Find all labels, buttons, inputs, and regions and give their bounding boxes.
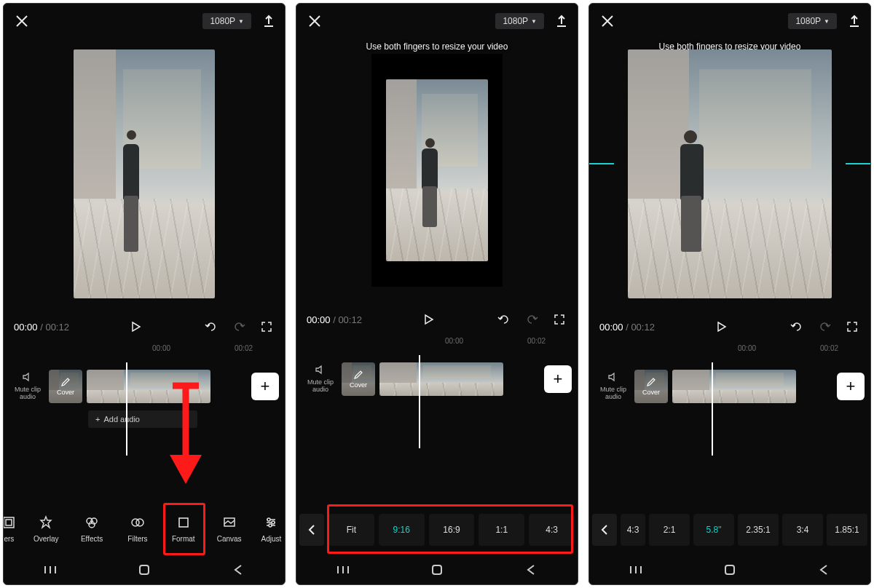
top-bar: 1080P ▼ (4, 4, 285, 36)
aspect-2-35-1[interactable]: 2.35:1 (738, 514, 779, 546)
fullscreen-button[interactable] (259, 319, 275, 335)
fullscreen-icon (261, 321, 272, 333)
redo-button[interactable] (524, 311, 540, 327)
video-clip[interactable] (672, 370, 796, 403)
svg-point-6 (136, 519, 143, 526)
redo-button[interactable] (816, 319, 832, 335)
home-button[interactable] (428, 561, 446, 579)
video-clip[interactable] (379, 362, 503, 396)
play-button[interactable] (421, 311, 437, 327)
aspect-5-8[interactable]: 5.8" (693, 514, 734, 546)
timeline-ruler: 00:0000:02 (589, 341, 870, 354)
back-button[interactable] (815, 561, 832, 579)
playhead[interactable] (419, 355, 420, 448)
mute-clip-button[interactable]: Mute clipaudio (597, 372, 630, 401)
aspect-back-button[interactable] (299, 514, 324, 546)
svg-rect-14 (725, 565, 734, 574)
resolution-dropdown[interactable]: 1080P▼ (495, 13, 544, 29)
undo-button[interactable] (789, 319, 805, 335)
play-button[interactable] (128, 319, 144, 335)
home-button[interactable] (721, 561, 739, 579)
timeline[interactable]: Mute clipaudio Cover + (589, 368, 870, 434)
undo-icon (790, 320, 803, 333)
aspect-4-3[interactable]: 4:3 (621, 514, 645, 546)
video-clip[interactable] (87, 370, 210, 403)
close-button[interactable] (305, 12, 324, 31)
undo-button[interactable] (496, 311, 512, 327)
fullscreen-button[interactable] (844, 319, 860, 335)
speaker-icon (304, 365, 337, 377)
redo-icon (232, 320, 245, 333)
aspect-1-85-1[interactable]: 1.85:1 (827, 514, 867, 546)
svg-rect-1 (6, 520, 12, 525)
resolution-label: 1080P (795, 16, 821, 26)
add-audio-button[interactable]: + Add audio (88, 410, 197, 428)
tool-label: Adjust (261, 535, 282, 543)
close-icon (15, 15, 28, 28)
tool-adjust[interactable]: Adjust (255, 514, 286, 543)
play-icon (130, 321, 142, 333)
preview-area[interactable]: Use both fingers to resize your video (589, 36, 870, 312)
mute-clip-button[interactable]: Mute clipaudio (304, 365, 337, 394)
back-button[interactable] (522, 561, 540, 579)
add-clip-button[interactable]: + (837, 373, 865, 400)
ruler-mark: 00:00 (152, 344, 170, 352)
fullscreen-button[interactable] (551, 311, 567, 327)
aspect-label: 2:1 (664, 525, 676, 535)
redo-icon (818, 320, 831, 333)
resolution-dropdown[interactable]: 1080P ▼ (202, 13, 251, 29)
export-button[interactable] (847, 14, 862, 28)
cover-button[interactable]: Cover (49, 370, 82, 403)
cover-button[interactable]: Cover (342, 362, 375, 396)
add-clip-button[interactable]: + (251, 373, 279, 400)
resolution-dropdown[interactable]: 1080P▼ (788, 13, 837, 29)
play-button[interactable] (714, 319, 730, 335)
timeline[interactable]: Mute clipaudio Cover + (296, 361, 578, 426)
recent-apps-button[interactable] (334, 561, 352, 579)
tool-effects[interactable]: Effects (72, 514, 111, 543)
redo-icon (525, 313, 538, 326)
effects-icon (83, 514, 101, 531)
recent-apps-button[interactable] (627, 561, 645, 579)
home-button[interactable] (135, 561, 153, 579)
chevron-down-icon: ▼ (824, 18, 830, 25)
tool-layers[interactable]: ers (3, 514, 20, 543)
video-preview[interactable] (386, 79, 488, 261)
preview-area[interactable] (4, 36, 285, 312)
tool-canvas[interactable]: Canvas (210, 514, 249, 543)
recent-apps-button[interactable] (42, 561, 59, 579)
annotation-highlight (327, 504, 573, 554)
tool-overlay[interactable]: Overlay (26, 514, 66, 543)
aspect-back-button[interactable] (592, 514, 617, 546)
tool-label: Effects (81, 535, 103, 543)
back-button[interactable] (229, 561, 247, 579)
export-button[interactable] (554, 14, 569, 28)
svg-rect-13 (433, 565, 441, 574)
tool-filters[interactable]: Filters (118, 514, 157, 543)
play-icon (716, 321, 728, 333)
add-clip-button[interactable]: + (544, 365, 572, 393)
add-audio-label: Add audio (103, 415, 140, 424)
video-preview[interactable] (74, 49, 215, 298)
cover-button[interactable]: Cover (634, 370, 668, 403)
playhead[interactable] (126, 362, 127, 456)
close-button[interactable] (12, 12, 31, 31)
top-bar: 1080P▼ (296, 4, 578, 36)
video-preview[interactable] (628, 49, 832, 298)
undo-button[interactable] (203, 319, 219, 335)
aspect-label: 4:3 (627, 525, 639, 535)
format-canvas[interactable] (371, 54, 503, 287)
timeline[interactable]: Mute clip audio Cover + + Add audio (4, 368, 285, 434)
aspect-2-1[interactable]: 2:1 (649, 514, 690, 546)
tool-label: Overlay (34, 535, 58, 543)
aspect-3-4[interactable]: 3:4 (782, 514, 823, 546)
plus-icon: + (846, 377, 856, 396)
playhead[interactable] (712, 362, 713, 456)
mute-clip-button[interactable]: Mute clip audio (11, 372, 44, 401)
redo-button[interactable] (231, 319, 247, 335)
export-button[interactable] (261, 14, 276, 28)
close-button[interactable] (598, 12, 617, 31)
preview-area[interactable]: Use both fingers to resize your video (296, 36, 578, 305)
time-display: 00:00 / 00:12 (307, 314, 362, 325)
export-icon (848, 15, 861, 28)
